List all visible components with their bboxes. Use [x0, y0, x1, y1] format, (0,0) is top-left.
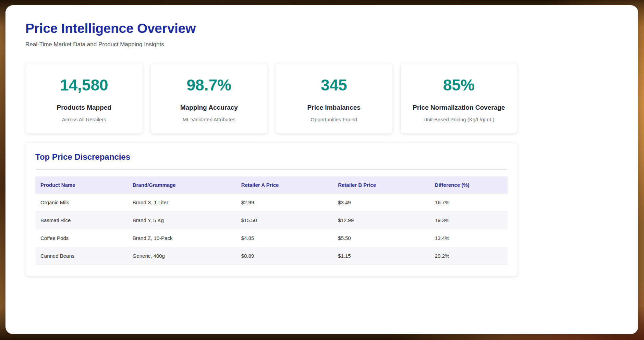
cell-product-name: Coffee Pods [35, 229, 127, 247]
dashboard-panel: Price Intelligence Overview Real-Time Ma… [5, 5, 638, 334]
column-header-brand-grammage: Brand/Grammage [127, 177, 236, 194]
table-title: Top Price Discrepancies [35, 152, 508, 170]
cell-retailer-a-price: $15.50 [236, 211, 333, 229]
cell-retailer-a-price: $2.99 [236, 194, 333, 211]
price-discrepancies-card: Top Price Discrepancies Product Name Bra… [25, 142, 518, 276]
table-header-row: Product Name Brand/Grammage Retailer A P… [35, 177, 508, 194]
stat-sublabel: Across All Retailers [29, 117, 139, 122]
table-row: Basmati Rice Brand Y, 5 Kg $15.50 $12.99… [35, 211, 508, 229]
cell-product-name: Basmati Rice [35, 211, 127, 229]
column-header-difference: Difference (%) [430, 177, 508, 194]
page-title: Price Intelligence Overview [25, 21, 518, 36]
cell-difference: 29.2% [430, 247, 508, 265]
stat-sublabel: Opportunities Found [279, 117, 389, 122]
table-row: Coffee Pods Brand Z, 10-Pack $4.85 $5.50… [35, 229, 508, 247]
cell-retailer-a-price: $4.85 [236, 229, 333, 247]
stat-label: Mapping Accuracy [154, 104, 264, 111]
dashboard-content: Price Intelligence Overview Real-Time Ma… [25, 21, 518, 276]
cell-product-name: Organic Milk [35, 194, 127, 211]
stat-value: 14,580 [29, 76, 139, 94]
cell-difference: 13.4% [430, 229, 508, 247]
cell-retailer-a-price: $0.89 [236, 247, 333, 265]
stat-label: Price Normalization Coverage [404, 104, 514, 111]
cell-brand-grammage: Brand Y, 5 Kg [127, 211, 236, 229]
stat-card-price-imbalances: 345 Price Imbalances Opportunities Found [275, 63, 393, 134]
stat-value: 98.7% [154, 76, 264, 94]
cell-brand-grammage: Brand X, 1 Liter [127, 194, 236, 211]
stat-label: Price Imbalances [279, 104, 389, 111]
cell-retailer-b-price: $3.49 [333, 194, 429, 211]
stat-value: 345 [279, 76, 389, 94]
stat-card-products-mapped: 14,580 Products Mapped Across All Retail… [25, 63, 143, 134]
column-header-product-name: Product Name [35, 177, 127, 194]
cell-retailer-b-price: $12.99 [333, 211, 429, 229]
cell-retailer-b-price: $5.50 [333, 229, 429, 247]
cell-retailer-b-price: $1.15 [333, 247, 429, 265]
page-subtitle: Real-Time Market Data and Product Mappin… [25, 41, 518, 48]
table-row: Organic Milk Brand X, 1 Liter $2.99 $3.4… [35, 194, 508, 211]
column-header-retailer-b-price: Retailer B Price [333, 177, 429, 194]
stat-card-normalization-coverage: 85% Price Normalization Coverage Unit-Ba… [400, 63, 518, 134]
cell-product-name: Canned Beans [35, 247, 127, 265]
price-discrepancies-table: Product Name Brand/Grammage Retailer A P… [35, 177, 508, 265]
stat-card-mapping-accuracy: 98.7% Mapping Accuracy ML-Validated Attr… [150, 63, 268, 134]
cell-difference: 16.7% [430, 194, 508, 211]
stats-row: 14,580 Products Mapped Across All Retail… [25, 63, 518, 134]
cell-difference: 19.3% [430, 211, 508, 229]
column-header-retailer-a-price: Retailer A Price [236, 177, 333, 194]
stat-value: 85% [404, 76, 514, 94]
stat-label: Products Mapped [29, 104, 139, 111]
cell-brand-grammage: Brand Z, 10-Pack [127, 229, 236, 247]
stat-sublabel: ML-Validated Attributes [154, 117, 264, 122]
table-row: Canned Beans Generic, 400g $0.89 $1.15 2… [35, 247, 508, 265]
cell-brand-grammage: Generic, 400g [127, 247, 236, 265]
stat-sublabel: Unit-Based Pricing (Kg/L/g/mL) [404, 117, 514, 122]
